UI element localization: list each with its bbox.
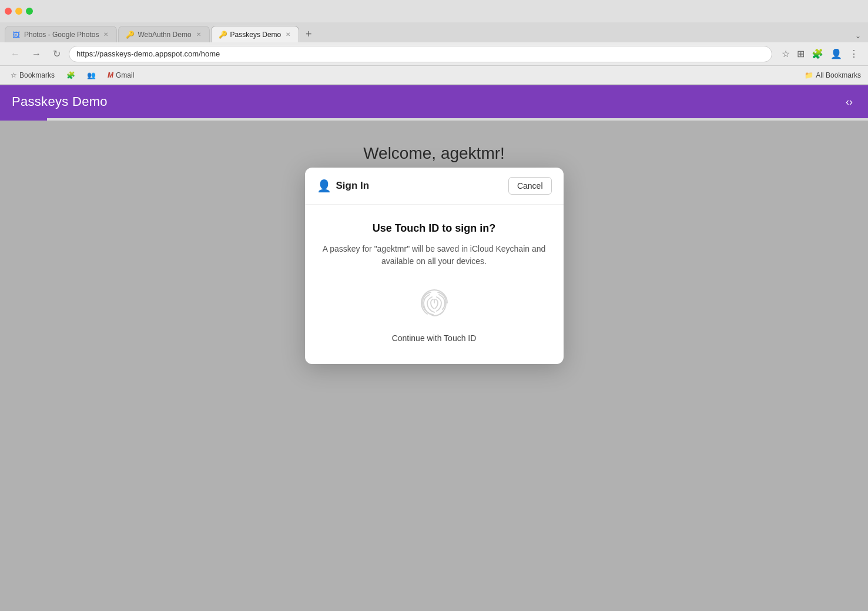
tab-passkeys[interactable]: 🔑 Passkeys Demo ✕ <box>211 26 300 42</box>
passkeys-tab-close[interactable]: ✕ <box>284 30 291 39</box>
modal-header: 👤 Sign In Cancel <box>305 168 564 205</box>
modal-question: Use Touch ID to sign in? <box>319 222 549 235</box>
webauthn-tab-label: WebAuthn Demo <box>138 31 191 39</box>
webauthn-tab-icon: 🔑 <box>126 31 134 39</box>
all-bookmarks-label[interactable]: All Bookmarks <box>816 71 861 79</box>
window-controls <box>5 8 33 15</box>
profile-button[interactable]: 👤 <box>828 46 844 62</box>
continue-touch-id-label: Continue with Touch ID <box>319 333 549 343</box>
passkeys-tab-label: Passkeys Demo <box>230 31 281 39</box>
maximize-window-button[interactable] <box>26 8 33 15</box>
tabs-bar: 🖼 Photos - Google Photos ✕ 🔑 WebAuthn De… <box>0 22 868 42</box>
bookmark-gmail-label: Gmail <box>116 71 134 79</box>
modal-title: Sign In <box>336 180 508 192</box>
passkeys-tab-icon: 🔑 <box>219 31 227 39</box>
bookmark-profile-icon: 👥 <box>87 71 96 79</box>
bookmark-gmail[interactable]: M Gmail <box>104 70 138 81</box>
code-toggle-button[interactable]: ‹› <box>842 92 856 112</box>
toolbar-icons: ☆ ⊞ 🧩 👤 ⋮ <box>779 46 861 62</box>
tab-webauthn[interactable]: 🔑 WebAuthn Demo ✕ <box>118 26 209 42</box>
forward-button[interactable]: → <box>28 46 45 62</box>
fingerprint-icon <box>415 284 453 322</box>
signin-modal: 👤 Sign In Cancel Use Touch ID to sign in… <box>305 168 564 364</box>
gmail-icon: M <box>108 71 113 79</box>
modal-cancel-button[interactable]: Cancel <box>508 177 552 195</box>
tab-photos[interactable]: 🖼 Photos - Google Photos ✕ <box>5 26 117 42</box>
modal-overlay: 👤 Sign In Cancel Use Touch ID to sign in… <box>0 121 868 611</box>
photos-tab-label: Photos - Google Photos <box>24 31 99 39</box>
modal-description: A passkey for "agektmr" will be saved in… <box>319 243 549 268</box>
bookmarks-bar: ☆ Bookmarks 🧩 👥 M Gmail 📁 All Bookmarks <box>0 66 868 85</box>
bookmark-bookmarks[interactable]: ☆ Bookmarks <box>7 70 58 81</box>
address-input[interactable] <box>69 46 772 62</box>
webauthn-tab-close[interactable]: ✕ <box>195 30 202 39</box>
bookmark-bookmarks-label: Bookmarks <box>19 71 55 79</box>
back-button[interactable]: ← <box>7 46 24 62</box>
app-header-right: ‹› <box>842 92 856 112</box>
app-title: Passkeys Demo <box>12 94 108 109</box>
bookmarks-right: 📁 All Bookmarks <box>805 71 861 79</box>
bookmark-bookmarks-icon: ☆ <box>11 71 17 79</box>
photos-tab-icon: 🖼 <box>12 31 21 39</box>
tab-overflow-button[interactable]: ⌄ <box>853 29 863 42</box>
app-header: Passkeys Demo ‹› <box>0 85 868 118</box>
signin-person-icon: 👤 <box>317 179 331 193</box>
all-bookmarks-icon: 📁 <box>805 71 813 79</box>
photos-tab-close[interactable]: ✕ <box>102 30 109 39</box>
new-tab-button[interactable]: + <box>300 26 317 42</box>
extensions-button[interactable]: 🧩 <box>809 46 826 62</box>
browser-chrome: 🖼 Photos - Google Photos ✕ 🔑 WebAuthn De… <box>0 0 868 85</box>
bookmark-extensions[interactable]: 🧩 <box>63 70 79 81</box>
bookmark-extensions-icon: 🧩 <box>66 71 75 79</box>
reader-button[interactable]: ⊞ <box>795 46 807 62</box>
address-bar: ← → ↻ ☆ ⊞ 🧩 👤 ⋮ <box>0 42 868 66</box>
main-content: Welcome, agektmr! Your name: Android ✏ 🗑… <box>0 121 868 611</box>
star-button[interactable]: ☆ <box>779 46 792 62</box>
menu-button[interactable]: ⋮ <box>847 46 861 62</box>
refresh-button[interactable]: ↻ <box>49 46 64 62</box>
title-bar <box>0 0 868 22</box>
minimize-window-button[interactable] <box>15 8 22 15</box>
close-window-button[interactable] <box>5 8 12 15</box>
modal-body: Use Touch ID to sign in? A passkey for "… <box>305 205 564 364</box>
bookmark-profile[interactable]: 👥 <box>83 70 99 81</box>
